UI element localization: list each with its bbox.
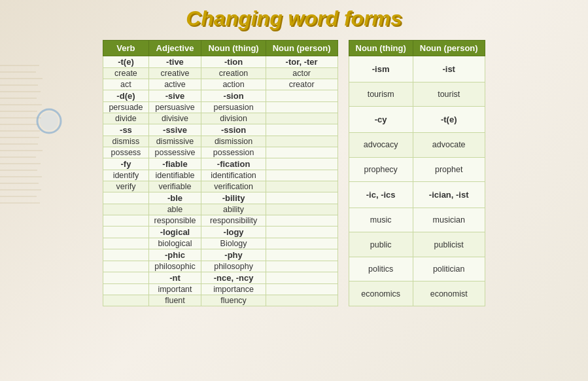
right-table-row: advocacyadvocate bbox=[349, 133, 485, 158]
cell-noun_thing-5: division bbox=[201, 113, 266, 124]
left-table-row: -nt-nce, -ncy bbox=[103, 272, 337, 284]
cell-adj-14: responsible bbox=[148, 215, 201, 227]
cell-verb-21 bbox=[103, 295, 148, 306]
cell-noun_thing-9: -fication bbox=[201, 158, 266, 170]
cell-verb-4: persuade bbox=[103, 102, 148, 113]
right-table-row: tourismtourist bbox=[349, 82, 485, 107]
cell-noun_thing-6: -ssion bbox=[201, 124, 266, 136]
right-table-row: politicspolitician bbox=[349, 257, 485, 281]
cell-noun_person-18 bbox=[266, 261, 337, 272]
cell-adj-20: important bbox=[148, 284, 201, 295]
left-table-row: -phic-phy bbox=[103, 249, 337, 261]
cell-noun_thing-19: -nce, -ncy bbox=[201, 272, 266, 284]
cell-noun_person-14 bbox=[266, 215, 337, 227]
cell-verb-17 bbox=[103, 249, 148, 261]
cell-verb-0: -t(e) bbox=[103, 56, 148, 68]
right-col-header-noun-thing: Noun (thing) bbox=[349, 41, 413, 56]
cell-noun_person-0: -tor, -ter bbox=[266, 56, 337, 68]
right-cell-noun_person-0: -ist bbox=[413, 56, 485, 82]
cell-noun_thing-7: dismission bbox=[201, 136, 266, 147]
cell-adj-18: philosophic bbox=[148, 261, 201, 272]
cell-adj-3: -sive bbox=[148, 90, 201, 102]
right-cell-noun_person-2: -t(e) bbox=[413, 107, 485, 133]
cell-adj-13: able bbox=[148, 204, 201, 215]
cell-adj-15: -logical bbox=[148, 227, 201, 238]
right-table-row: economicseconomist bbox=[349, 281, 485, 306]
left-table-row: ableability bbox=[103, 204, 337, 215]
cell-noun_person-3 bbox=[266, 90, 337, 102]
cell-noun_thing-20: importance bbox=[201, 284, 266, 295]
cell-noun_person-1: actor bbox=[266, 68, 337, 79]
left-table-row: dividedivisivedivision bbox=[103, 113, 337, 124]
left-table-row: createcreativecreationactor bbox=[103, 68, 337, 79]
right-cell-noun_person-8: politician bbox=[413, 257, 485, 281]
left-table-row: -ss-ssive-ssion bbox=[103, 124, 337, 136]
cell-noun_person-8 bbox=[266, 147, 337, 158]
cell-verb-11: verify bbox=[103, 181, 148, 192]
right-table: Noun (thing) Noun (person) -ism-isttouri… bbox=[349, 40, 485, 306]
cell-noun_person-11 bbox=[266, 181, 337, 192]
cell-noun_person-9 bbox=[266, 158, 337, 170]
cell-verb-3: -d(e) bbox=[103, 90, 148, 102]
main-content: Changing word forms Verb Adjective Noun … bbox=[0, 0, 588, 313]
right-cell-noun_thing-0: -ism bbox=[349, 56, 413, 82]
cell-verb-12 bbox=[103, 192, 148, 204]
right-table-row: prophecyprophet bbox=[349, 157, 485, 182]
cell-verb-8: possess bbox=[103, 147, 148, 158]
left-table-row: actactiveactioncreator bbox=[103, 79, 337, 90]
cell-verb-1: create bbox=[103, 68, 148, 79]
right-table-row: musicmusician bbox=[349, 208, 485, 232]
left-table-row: identifyidentifiableidentification bbox=[103, 170, 337, 181]
left-table-row: verifyverifiableverification bbox=[103, 181, 337, 192]
cell-noun_thing-0: -tion bbox=[201, 56, 266, 68]
cell-noun_person-16 bbox=[266, 238, 337, 249]
cell-verb-13 bbox=[103, 204, 148, 215]
col-header-adjective: Adjective bbox=[148, 41, 201, 56]
cell-noun_person-7 bbox=[266, 136, 337, 147]
right-cell-noun_thing-1: tourism bbox=[349, 82, 413, 107]
cell-noun_thing-8: possession bbox=[201, 147, 266, 158]
right-table-row: -ism-ist bbox=[349, 56, 485, 82]
right-cell-noun_thing-7: public bbox=[349, 232, 413, 257]
cell-verb-2: act bbox=[103, 79, 148, 90]
left-table-row: -logical-logy bbox=[103, 227, 337, 238]
left-table-row: fluentfluency bbox=[103, 295, 337, 306]
cell-noun_thing-10: identification bbox=[201, 170, 266, 181]
left-table-header-row: Verb Adjective Noun (thing) Noun (person… bbox=[103, 41, 337, 56]
left-table-row: -ble-bility bbox=[103, 192, 337, 204]
cell-noun_thing-16: Biology bbox=[201, 238, 266, 249]
right-cell-noun_person-1: tourist bbox=[413, 82, 485, 107]
cell-verb-14 bbox=[103, 215, 148, 227]
right-table-row: -cy-t(e) bbox=[349, 107, 485, 133]
right-table-row: -ic, -ics-ician, -ist bbox=[349, 182, 485, 208]
cell-adj-12: -ble bbox=[148, 192, 201, 204]
cell-verb-9: -fy bbox=[103, 158, 148, 170]
cell-noun_thing-2: action bbox=[201, 79, 266, 90]
right-cell-noun_person-3: advocate bbox=[413, 133, 485, 158]
cell-verb-7: dismiss bbox=[103, 136, 148, 147]
cell-noun_thing-1: creation bbox=[201, 68, 266, 79]
cell-noun_person-5 bbox=[266, 113, 337, 124]
left-table-row: biologicalBiology bbox=[103, 238, 337, 249]
tables-wrapper: Verb Adjective Noun (thing) Noun (person… bbox=[13, 40, 575, 306]
right-cell-noun_thing-5: -ic, -ics bbox=[349, 182, 413, 208]
cell-noun_thing-21: fluency bbox=[201, 295, 266, 306]
cell-noun_thing-12: -bility bbox=[201, 192, 266, 204]
cell-noun_thing-15: -logy bbox=[201, 227, 266, 238]
left-table-row: importantimportance bbox=[103, 284, 337, 295]
right-cell-noun_thing-2: -cy bbox=[349, 107, 413, 133]
cell-noun_person-21 bbox=[266, 295, 337, 306]
cell-verb-16 bbox=[103, 238, 148, 249]
left-table-row: persuadepersuasivepersuasion bbox=[103, 102, 337, 113]
cell-noun_person-17 bbox=[266, 249, 337, 261]
cell-verb-10: identify bbox=[103, 170, 148, 181]
cell-noun_person-19 bbox=[266, 272, 337, 284]
left-table-row: responsibleresponsibility bbox=[103, 215, 337, 227]
col-header-noun-person: Noun (person) bbox=[266, 41, 337, 56]
cell-adj-17: -phic bbox=[148, 249, 201, 261]
left-table-body: -t(e)-tive-tion-tor, -tercreatecreativec… bbox=[103, 56, 337, 306]
right-cell-noun_person-9: economist bbox=[413, 281, 485, 306]
cell-verb-5: divide bbox=[103, 113, 148, 124]
cell-adj-0: -tive bbox=[148, 56, 201, 68]
right-cell-noun_thing-6: music bbox=[349, 208, 413, 232]
